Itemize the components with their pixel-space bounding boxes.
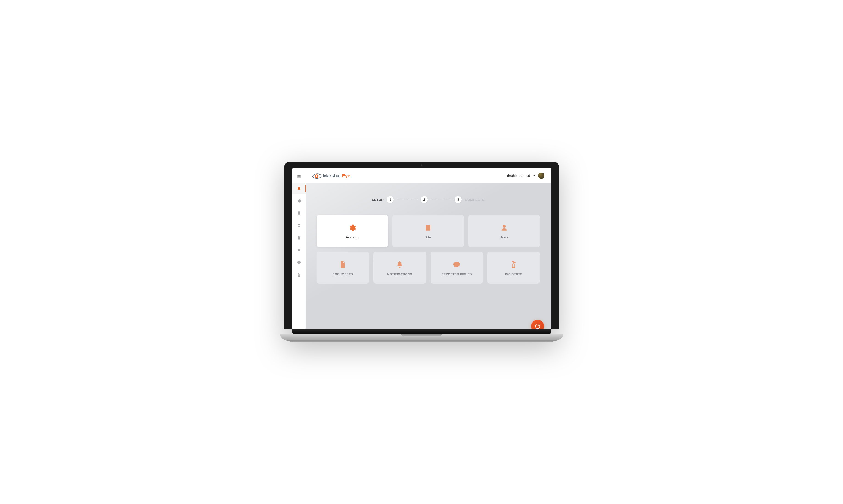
laptop-bezel: Marshal Eye Ibrahim Ahmed <box>284 162 559 328</box>
document-icon <box>297 236 301 240</box>
card-label: DOCUMENTS <box>332 272 353 276</box>
user-icon <box>297 223 301 228</box>
app-header: Marshal Eye Ibrahim Ahmed <box>305 168 551 183</box>
laptop-hinge <box>292 328 551 334</box>
card-label: REPORTED ISSUES <box>441 272 472 276</box>
sidebar-item-incidents[interactable] <box>292 269 305 281</box>
secondary-card-grid: DOCUMENTS NOTIFICATIONS REPORTED ISSUES <box>317 252 540 284</box>
main-area: Marshal Eye Ibrahim Ahmed <box>305 168 551 328</box>
stepper-end-label: COMPLETE <box>465 198 485 202</box>
sidebar-nav <box>292 168 305 328</box>
bell-icon <box>297 248 301 252</box>
user-name-label: Ibrahim Ahmed <box>507 174 530 178</box>
chat-icon <box>297 260 301 265</box>
step-3[interactable]: 3 <box>455 196 461 203</box>
card-incidents[interactable]: INCIDENTS <box>487 252 540 284</box>
gear-icon <box>348 223 356 232</box>
card-notifications[interactable]: NOTIFICATIONS <box>373 252 426 284</box>
card-reported-issues[interactable]: REPORTED ISSUES <box>431 252 483 284</box>
help-icon <box>534 323 541 328</box>
logo-text-part1: Marshal <box>323 173 341 178</box>
home-icon <box>297 186 301 191</box>
setup-stepper: SETUP 1 2 3 COMPLETE <box>317 196 540 203</box>
content-panel: SETUP 1 2 3 COMPLETE Account <box>305 183 551 328</box>
primary-card-grid: Account Site Users <box>317 215 540 247</box>
logo-mark-icon <box>312 172 322 179</box>
brand-logo[interactable]: Marshal Eye <box>312 172 350 179</box>
document-icon <box>339 260 347 269</box>
stepper-start-label: SETUP <box>372 198 384 202</box>
chevron-down-icon <box>532 174 536 177</box>
step-1[interactable]: 1 <box>387 196 394 203</box>
sidebar-item-users[interactable] <box>292 220 305 231</box>
laptop-base <box>284 328 559 342</box>
menu-icon <box>297 174 301 178</box>
card-label: Site <box>425 235 431 239</box>
gear-icon <box>297 199 301 203</box>
app-root: Marshal Eye Ibrahim Ahmed <box>292 168 551 328</box>
logo-text-part2: Eye <box>342 173 350 178</box>
laptop-mockup: Marshal Eye Ibrahim Ahmed <box>284 162 559 342</box>
card-documents[interactable]: DOCUMENTS <box>317 252 369 284</box>
user-menu-button[interactable]: Ibrahim Ahmed <box>507 173 544 179</box>
card-users[interactable]: Users <box>468 215 540 247</box>
card-label: Users <box>499 235 509 239</box>
card-label: NOTIFICATIONS <box>387 272 412 276</box>
bell-icon <box>396 260 404 269</box>
extinguisher-icon <box>510 260 517 269</box>
extinguisher-icon <box>297 273 301 277</box>
user-avatar <box>538 173 544 179</box>
sidebar-item-sites[interactable] <box>292 208 305 219</box>
card-label: Account <box>346 235 358 239</box>
card-site[interactable]: Site <box>392 215 464 247</box>
sidebar-item-settings[interactable] <box>292 195 305 206</box>
building-icon <box>424 223 432 232</box>
sidebar-item-home[interactable] <box>292 183 305 194</box>
building-icon <box>297 211 301 215</box>
card-account[interactable]: Account <box>317 215 388 247</box>
sidebar-item-documents[interactable] <box>292 232 305 243</box>
help-button[interactable] <box>531 320 544 328</box>
sidebar-toggle-button[interactable] <box>292 172 305 181</box>
logo-text: Marshal Eye <box>323 173 350 178</box>
sidebar-item-notifications[interactable] <box>292 245 305 256</box>
laptop-bottom <box>280 334 563 342</box>
chat-icon <box>453 260 461 269</box>
step-2[interactable]: 2 <box>421 196 427 203</box>
sidebar-item-issues[interactable] <box>292 257 305 268</box>
card-label: INCIDENTS <box>505 272 522 276</box>
user-icon <box>500 223 508 232</box>
